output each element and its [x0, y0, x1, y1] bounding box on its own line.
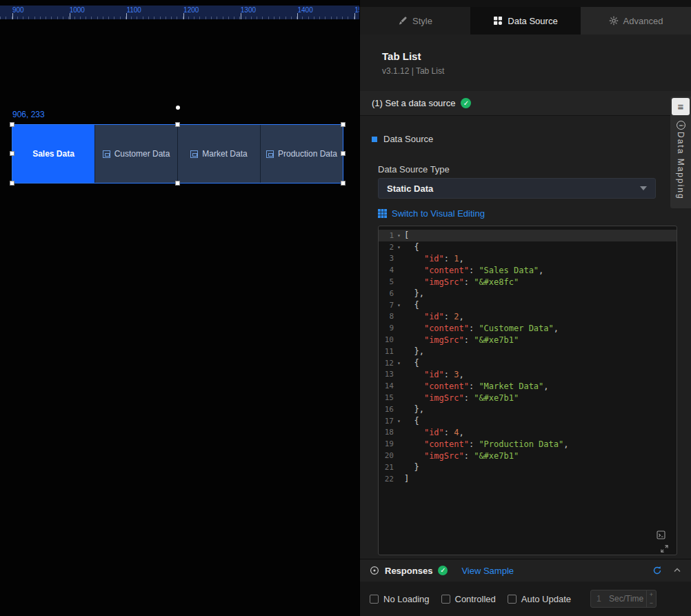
- widget-tab-sales-data[interactable]: Sales Data: [12, 125, 94, 183]
- widget-tab-market-data[interactable]: Market Data: [177, 125, 260, 183]
- line-number: 20: [379, 451, 394, 460]
- set-data-source-section-header[interactable]: (1) Set a data source ✓: [360, 91, 691, 116]
- line-number: 4: [379, 266, 394, 275]
- panel-nav-tabs: StyleData SourceAdvanced: [360, 0, 691, 34]
- line-number: 21: [379, 463, 394, 472]
- info-circle-icon: i: [677, 121, 685, 130]
- ruler-label: 15: [354, 6, 359, 14]
- ruler-label: 1200: [183, 6, 199, 14]
- ruler: 9001000110012001300140015: [0, 6, 359, 19]
- code-line: 9 "content": "Customer Data",: [379, 322, 677, 334]
- data-source-type-select[interactable]: Static Data: [378, 178, 656, 199]
- code-text: "id": 1,: [404, 254, 464, 264]
- resize-handle-top-left[interactable]: [10, 122, 14, 127]
- line-number: 19: [379, 439, 394, 448]
- checkbox-no-loading[interactable]: No Loading: [370, 594, 430, 604]
- grid-icon: [378, 209, 387, 218]
- checkbox-label: Auto Update: [521, 594, 571, 604]
- stepper-up-icon[interactable]: +: [647, 590, 656, 599]
- line-number: 5: [379, 277, 394, 286]
- code-line: 10 "imgSrc": "&#xe7b1": [379, 334, 677, 346]
- expand-editor-icon[interactable]: [661, 545, 668, 553]
- checkbox-box[interactable]: [441, 595, 450, 604]
- widget-tab-label: Market Data: [202, 149, 247, 159]
- widget-tab-production-data[interactable]: Production Data: [260, 125, 343, 183]
- resize-handle-bottom-left[interactable]: [10, 181, 14, 186]
- collapse-icon[interactable]: [670, 565, 684, 576]
- data-mapping-vertical-label: i Data Mapping: [676, 121, 685, 200]
- line-number: 6: [379, 289, 394, 298]
- panel-tab-data-source[interactable]: Data Source: [470, 7, 581, 34]
- fold-arrow-icon[interactable]: ▾: [394, 360, 404, 366]
- switch-visual-editing-link[interactable]: Switch to Visual Editing: [378, 208, 485, 219]
- resize-handle-bottom-right[interactable]: [341, 181, 346, 186]
- interval-stepper[interactable]: + −: [646, 590, 656, 607]
- tab-item-icon: [190, 150, 198, 158]
- fold-arrow-icon[interactable]: ▾: [394, 244, 404, 250]
- widget-version: v3.1.12 | Tab List: [382, 66, 444, 76]
- resize-handle-top-right[interactable]: [341, 122, 346, 127]
- update-interval-input[interactable]: 1 Sec/Time + −: [590, 590, 657, 608]
- checkbox-auto-update[interactable]: Auto Update: [508, 594, 571, 604]
- code-line: 15 "imgSrc": "&#xe7b1": [379, 392, 677, 404]
- code-line: 14 "content": "Market Data",: [379, 380, 677, 392]
- ruler-label: 1000: [70, 6, 85, 14]
- view-sample-link[interactable]: View Sample: [461, 566, 514, 576]
- list-icon[interactable]: ≡: [672, 98, 690, 115]
- settings-panel: StyleData SourceAdvanced Tab List v3.1.1…: [359, 0, 691, 616]
- fold-arrow-icon[interactable]: ▾: [394, 418, 404, 424]
- footer-checkboxes: No LoadingControlledAuto Update: [370, 594, 571, 604]
- code-text: "id": 4,: [404, 428, 464, 437]
- panel-tab-label: Advanced: [623, 16, 663, 26]
- fold-arrow-icon[interactable]: ▾: [394, 232, 404, 239]
- widget-tab-label: Sales Data: [32, 149, 74, 159]
- panel-tab-style[interactable]: Style: [360, 7, 470, 34]
- square-bullet-icon: [372, 137, 377, 142]
- chevron-down-icon: [640, 186, 647, 190]
- line-number: 10: [379, 335, 394, 344]
- checkbox-box[interactable]: [508, 595, 517, 604]
- tab-item-icon: [103, 150, 110, 158]
- data-mapping-label: Data Mapping: [676, 132, 685, 200]
- tab-list-widget[interactable]: Sales DataCustomer DataMarket DataProduc…: [12, 125, 343, 183]
- code-line: 16 },: [379, 404, 677, 415]
- select-value: Static Data: [387, 183, 433, 194]
- data-source-heading: Data Source: [383, 134, 433, 144]
- stepper-down-icon[interactable]: −: [647, 599, 656, 607]
- widget-tab-customer-data[interactable]: Customer Data: [94, 125, 177, 183]
- code-text: {: [404, 416, 419, 426]
- rotate-handle[interactable]: [176, 106, 180, 110]
- code-text: "id": 2,: [404, 312, 464, 321]
- code-line: 21 }: [379, 461, 677, 473]
- ruler-label: 1100: [126, 6, 141, 14]
- interval-value: 1: [597, 594, 609, 604]
- code-line: 5 "imgSrc": "&#xe8fc": [379, 276, 677, 288]
- data-mapping-panel-tab[interactable]: ≡ i Data Mapping: [670, 97, 691, 208]
- checkbox-label: Controlled: [455, 594, 496, 604]
- fold-arrow-icon[interactable]: ▾: [394, 302, 404, 308]
- checkbox-controlled[interactable]: Controlled: [441, 594, 496, 604]
- data-source-content: Data Source Data Source Type Static Data…: [360, 116, 691, 559]
- resize-handle-bottom-middle[interactable]: [175, 181, 180, 186]
- checkbox-box[interactable]: [370, 595, 379, 604]
- format-code-icon[interactable]: [657, 530, 665, 539]
- widget-title: Tab List: [382, 50, 421, 62]
- line-number: 9: [379, 324, 394, 332]
- code-text: "content": "Market Data",: [404, 381, 549, 391]
- line-number: 7: [379, 301, 394, 310]
- code-text: {: [404, 242, 419, 252]
- code-lines: 1▾[2▾ {3 "id": 1,4 "content": "Sales Dat…: [379, 230, 677, 485]
- resize-handle-top-middle[interactable]: [175, 122, 180, 127]
- code-editor[interactable]: 1▾[2▾ {3 "id": 1,4 "content": "Sales Dat…: [378, 226, 677, 555]
- code-text: {: [404, 300, 419, 310]
- editor-canvas[interactable]: 9001000110012001300140015 906, 233 Sales…: [0, 0, 359, 616]
- code-line: 12▾ {: [379, 357, 677, 369]
- responses-bar: Responses ✓ View Sample: [360, 559, 691, 582]
- code-text: },: [404, 404, 424, 414]
- resize-handle-middle-right[interactable]: [341, 151, 346, 156]
- code-text: "content": "Sales Data",: [404, 266, 543, 275]
- panel-tab-advanced[interactable]: Advanced: [581, 7, 691, 34]
- resize-handle-middle-left[interactable]: [10, 151, 14, 156]
- refresh-icon[interactable]: [650, 564, 665, 577]
- ruler-label: 900: [12, 6, 24, 14]
